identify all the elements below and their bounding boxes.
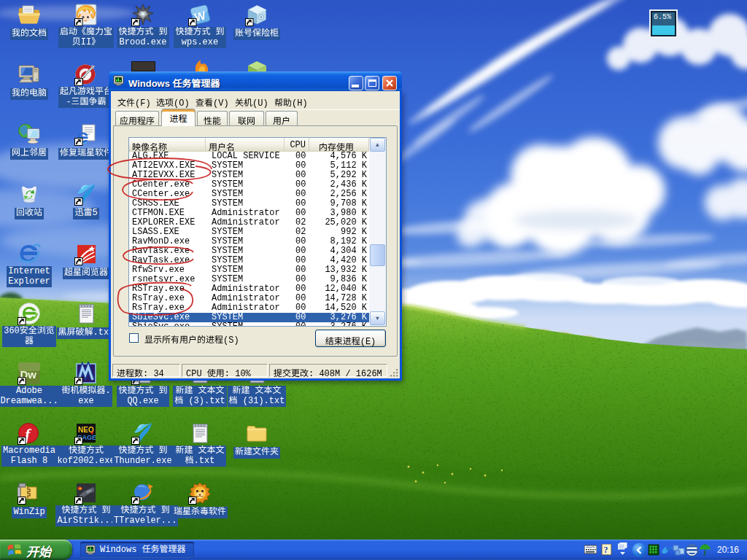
svg-text:?: ? xyxy=(604,545,608,555)
